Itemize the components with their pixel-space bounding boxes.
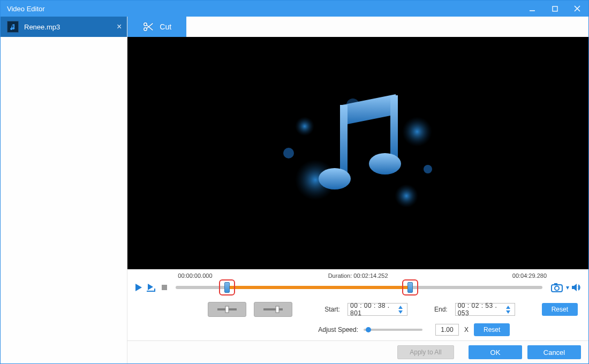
start-time-up-icon[interactable]: [397, 305, 404, 309]
maximize-button[interactable]: [543, 1, 566, 17]
svg-marker-35: [506, 310, 510, 314]
timeline-duration-label: Duration: 00:02:14.252: [328, 272, 388, 279]
svg-marker-34: [506, 306, 510, 309]
svg-marker-27: [572, 284, 577, 291]
svg-marker-32: [398, 306, 403, 309]
start-time-down-icon[interactable]: [397, 310, 404, 314]
svg-marker-20: [148, 284, 153, 290]
svg-rect-23: [162, 285, 167, 290]
end-label: End:: [434, 306, 448, 313]
start-time-input[interactable]: 00 : 00 : 38 . 801: [348, 303, 407, 316]
file-tab-label: Renee.mp3: [24, 23, 60, 31]
cut-tool-label: Cut: [160, 22, 171, 31]
close-icon: [574, 5, 580, 12]
timeline-start-label: 00:00:00.000: [178, 272, 212, 279]
speed-unit: X: [464, 326, 469, 333]
trim-start-handle[interactable]: [219, 279, 235, 295]
end-time-value: 00 : 02 : 53 . 053: [458, 302, 505, 317]
mark-in-button[interactable]: [208, 302, 246, 317]
file-sidebar: Renee.mp3 ×: [1, 17, 127, 363]
editor-toolbar: Cut: [127, 17, 588, 37]
cut-tool-button[interactable]: Cut: [127, 17, 186, 37]
speed-value-input[interactable]: 1.00: [435, 324, 459, 336]
play-icon: [134, 283, 143, 292]
play-button[interactable]: [134, 283, 144, 292]
apply-to-all-button[interactable]: Apply to All: [397, 345, 454, 359]
speed-label: Adjust Speed:: [318, 326, 358, 333]
stop-button[interactable]: [160, 283, 169, 292]
reset-trim-button[interactable]: Reset: [542, 303, 578, 316]
mark-out-icon: [262, 306, 284, 313]
svg-rect-15: [340, 105, 348, 175]
audio-file-icon: [7, 21, 19, 33]
svg-point-11: [395, 184, 418, 208]
close-button[interactable]: [566, 1, 588, 17]
svg-rect-16: [390, 95, 398, 160]
window-title: Video Editor: [7, 5, 521, 13]
svg-point-10: [295, 117, 314, 136]
app-window: Video Editor Renee.mp3 ×: [0, 0, 589, 364]
trim-end-handle[interactable]: [402, 279, 418, 295]
minimize-icon: [529, 5, 535, 12]
volume-icon: [571, 283, 582, 292]
file-tab[interactable]: Renee.mp3 ×: [1, 17, 127, 37]
trim-handle-icon: [224, 282, 230, 293]
svg-point-12: [283, 148, 294, 158]
reset-speed-button[interactable]: Reset: [474, 323, 510, 336]
trim-handle-icon: [407, 282, 413, 293]
timeline-track[interactable]: [176, 282, 542, 293]
main-panel: Cut: [127, 17, 588, 363]
scissors-icon: [142, 21, 154, 33]
svg-rect-1: [553, 6, 557, 11]
mark-out-button[interactable]: [254, 302, 292, 317]
play-segment-icon: [147, 283, 156, 292]
svg-point-17: [319, 168, 351, 189]
svg-rect-26: [554, 283, 557, 285]
minimize-button[interactable]: [521, 1, 543, 17]
svg-rect-22: [154, 289, 155, 292]
snapshot-button[interactable]: [551, 282, 564, 293]
footer-bar: Apply to All OK Cancel: [127, 340, 588, 363]
cut-controls: Start: 00 : 00 : 38 . 801 End: 00 : 02 :…: [127, 293, 588, 340]
title-bar: Video Editor: [1, 1, 588, 17]
svg-point-9: [402, 117, 432, 147]
ok-button[interactable]: OK: [469, 345, 522, 359]
start-label: Start:: [324, 306, 340, 313]
svg-rect-29: [225, 306, 229, 313]
svg-point-13: [424, 165, 432, 173]
end-time-input[interactable]: 00 : 02 : 53 . 053: [455, 303, 515, 316]
end-time-up-icon[interactable]: [505, 305, 511, 309]
svg-marker-19: [135, 284, 142, 291]
svg-rect-31: [276, 306, 279, 313]
file-tab-close-icon[interactable]: ×: [117, 22, 122, 32]
music-artwork-icon: [256, 73, 460, 233]
timeline-end-label: 00:04:29.280: [512, 272, 547, 279]
svg-point-25: [555, 286, 559, 291]
play-segment-button[interactable]: [147, 283, 156, 292]
start-time-value: 00 : 00 : 38 . 801: [350, 302, 397, 317]
volume-button[interactable]: [571, 283, 582, 292]
speed-slider[interactable]: [364, 329, 422, 331]
speed-slider-thumb[interactable]: [366, 327, 371, 332]
preview-area: [127, 37, 588, 269]
maximize-icon: [552, 6, 558, 12]
mark-in-icon: [216, 306, 238, 313]
svg-rect-21: [147, 291, 155, 292]
svg-marker-33: [398, 310, 403, 314]
stop-icon: [161, 284, 168, 291]
svg-point-18: [369, 153, 401, 175]
end-time-down-icon[interactable]: [505, 310, 511, 314]
snapshot-dropdown-icon[interactable]: ▾: [566, 284, 569, 291]
timeline-row: 00:00:00.000 Duration: 00:02:14.252 00:0…: [127, 269, 588, 293]
timeline-selection: [227, 286, 410, 289]
timeline-labels: 00:00:00.000 Duration: 00:02:14.252 00:0…: [134, 272, 582, 279]
cancel-button[interactable]: Cancel: [527, 345, 581, 359]
camera-icon: [551, 283, 564, 292]
